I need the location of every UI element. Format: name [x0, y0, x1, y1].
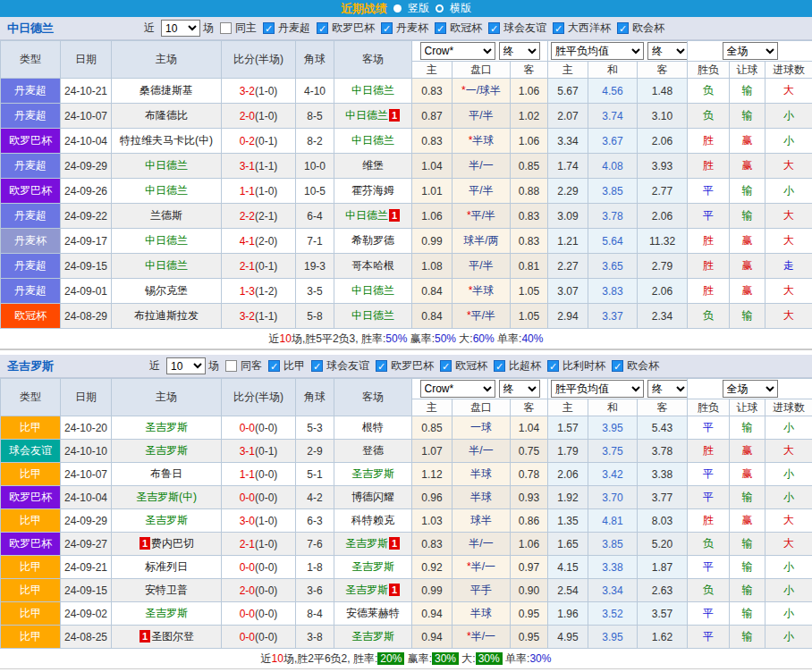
corners-cell: 3-6 [296, 579, 334, 602]
layout-horizontal-radio[interactable] [436, 4, 444, 13]
match-row: 欧冠杯24-08-29布拉迪斯拉发3-2(1-1)5-8中日德兰0.84*平/半… [1, 304, 812, 329]
league-type-badge: 比甲 [1, 602, 60, 625]
final-odds-select-2[interactable]: 终 [647, 380, 688, 398]
league-type-badge: 比甲 [1, 509, 60, 532]
same-venue-checkbox[interactable] [225, 360, 237, 372]
halftime-score: (0-0) [255, 608, 277, 620]
away-team-cell: 圣吉罗斯 [334, 463, 412, 486]
league-label-3: 欧冠杯 [455, 358, 487, 374]
same-venue-checkbox[interactable] [220, 22, 232, 34]
games-count-select[interactable]: 10 [166, 357, 206, 374]
odds-source-select[interactable]: Crow* [420, 42, 495, 60]
layout-vertical-radio[interactable] [393, 4, 402, 13]
handicap-result: 输 [730, 104, 765, 129]
home-handicap-odds: 0.92 [412, 556, 453, 579]
league-checkbox-0[interactable]: ✓ [263, 22, 275, 34]
handicap-line-cell: 一球 [453, 416, 511, 440]
final-odds-select-1[interactable]: 终 [499, 380, 540, 398]
home-team-cell: 中日德兰 [112, 254, 222, 279]
avg-lose-odds: 2.06 [638, 204, 688, 229]
league-checkbox-2[interactable]: ✓ [376, 360, 387, 372]
league-type-cell: 丹麦杯 [1, 229, 61, 254]
goals-result: 小 [765, 626, 812, 649]
scope-select[interactable]: 全场 [723, 42, 778, 60]
league-label-0: 比甲 [283, 358, 305, 374]
scope-select[interactable]: 全场 [723, 380, 778, 398]
league-checkbox-3[interactable]: ✓ [435, 22, 446, 34]
league-type-cell: 比甲 [1, 416, 61, 440]
league-checkbox-5[interactable]: ✓ [553, 22, 564, 34]
handicap-line: 半/一 [469, 537, 493, 550]
handicap-result: 输 [730, 304, 765, 329]
score-cell: 0-2(0-1) [222, 129, 296, 154]
league-checkbox-0[interactable]: ✓ [268, 360, 280, 372]
home-handicap-odds: 0.94 [412, 602, 453, 626]
league-label-4: 球会友谊 [503, 21, 546, 36]
final-odds-select-2[interactable]: 终 [647, 42, 688, 60]
header-row-top: 类型日期主场比分(半场)角球客场Crow*终胜平负均值终全场 [1, 41, 812, 62]
avg-draw-odds: 3.67 [588, 129, 638, 154]
away-team-name: 圣吉罗斯 [345, 537, 388, 550]
odds-source-select[interactable]: Crow* [420, 380, 495, 398]
games-count-select[interactable]: 10 [161, 20, 200, 37]
league-type-badge: 丹麦超 [1, 204, 60, 228]
corners-cell: 4-10 [296, 79, 334, 104]
league-checkbox-2[interactable]: ✓ [381, 22, 393, 34]
match-row: 比甲24-09-15安特卫普2-0(0-0)3-6圣吉罗斯10.99平手0.90… [1, 579, 812, 602]
handicap-line-cell: *平/半 [453, 204, 511, 229]
match-result: 负 [688, 579, 730, 602]
handicap-line: 平/半 [471, 209, 495, 222]
avg-odds-select[interactable]: 胜平负均值 [551, 380, 644, 398]
summary-segment: 10 [272, 652, 283, 665]
final-odds-select-1[interactable]: 终 [499, 42, 540, 60]
fulltime-score: 3-2 [240, 310, 255, 323]
avg-draw-odds: 3.74 [588, 104, 638, 129]
handicap-line-cell: 半/一 [453, 154, 511, 179]
match-row: 丹麦超24-09-01锡尔克堡1-3(1-2)3-5中日德兰0.84*半球1.0… [1, 279, 812, 304]
avg-odds-select[interactable]: 胜平负均值 [551, 42, 644, 60]
column-header-5: 客场 [334, 41, 412, 79]
away-team-cell: 中日德兰 [334, 304, 412, 329]
away-team-name: 中日德兰 [345, 209, 388, 222]
league-checkbox-6[interactable]: ✓ [617, 22, 629, 34]
league-type-badge: 欧罗巴杯 [1, 129, 60, 153]
league-checkbox-6[interactable]: ✓ [612, 360, 623, 372]
avg-draw-odds: 4.81 [588, 509, 638, 533]
goals-result: 大 [765, 440, 812, 463]
match-result: 平 [688, 179, 730, 204]
avg-odds-cell: 胜平负均值终 [548, 379, 688, 399]
avg-win-odds: 1.21 [548, 229, 588, 254]
league-checkbox-1[interactable]: ✓ [317, 22, 328, 34]
avg-lose-odds: 5.43 [638, 416, 688, 440]
handicap-line: 一球 [470, 421, 492, 433]
home-team-cell: 中日德兰 [112, 179, 222, 204]
halftime-score: (1-0) [255, 538, 277, 550]
home-team-name: 桑德捷斯基 [140, 84, 193, 97]
goals-result: 小 [765, 416, 812, 440]
avg-draw-odds: 4.08 [588, 154, 638, 179]
match-result: 胜 [688, 509, 730, 533]
away-team-cell: 安德莱赫特 [334, 602, 412, 626]
league-checkbox-4[interactable]: ✓ [488, 22, 500, 34]
team-name: 中日德兰 [7, 21, 54, 37]
handicap-result: 赢 [730, 463, 765, 486]
avg-lose-odds: 3.10 [638, 104, 688, 129]
match-row: 丹麦杯24-09-17中日德兰4-1(2-0)7-1希勒罗德0.99球半/两0.… [1, 229, 812, 254]
corners-cell: 5-3 [296, 416, 334, 440]
handicap-result: 输 [730, 79, 765, 104]
handicap-line-cell: 半球 [453, 486, 511, 509]
match-date: 24-10-04 [61, 486, 112, 509]
avg-lose-odds: 3.93 [638, 154, 688, 179]
league-checkbox-5[interactable]: ✓ [547, 360, 559, 372]
match-date: 24-09-15 [61, 254, 112, 279]
away-handicap-odds: 1.06 [511, 79, 548, 104]
league-type-cell: 欧罗巴杯 [1, 179, 61, 204]
league-checkbox-3[interactable]: ✓ [440, 360, 452, 372]
home-handicap-odds: 1.12 [412, 463, 453, 486]
summary-segment: 20% [377, 652, 404, 665]
away-team-cell: 科特赖克 [334, 509, 412, 533]
league-checkbox-4[interactable]: ✓ [494, 360, 505, 372]
league-checkbox-1[interactable]: ✓ [311, 360, 323, 372]
home-team-cell: 圣吉罗斯 [112, 602, 222, 626]
away-handicap-odds: 1.06 [511, 533, 548, 556]
